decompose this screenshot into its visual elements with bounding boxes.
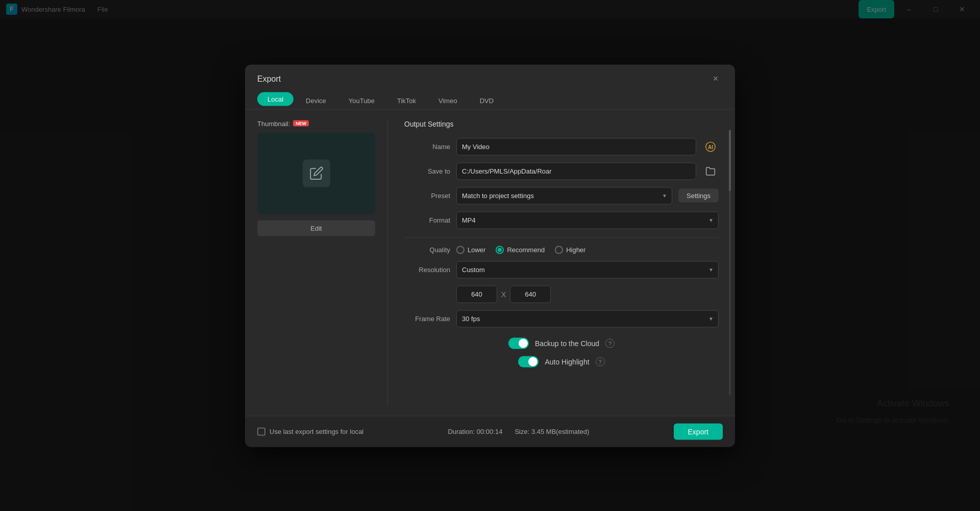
frame-rate-row: Frame Rate 30 fps ▼ (404, 310, 719, 327)
frame-rate-label: Frame Rate (404, 315, 450, 323)
resolution-select[interactable]: Custom (456, 261, 719, 278)
quality-recommend[interactable]: Recommend (496, 246, 545, 254)
last-settings-checkbox[interactable] (257, 427, 265, 435)
format-row: Format MP4 ▼ (404, 211, 719, 229)
preset-select[interactable]: Match to project settings (456, 187, 672, 204)
quality-lower-label: Lower (468, 246, 485, 254)
scrollbar-track (729, 130, 731, 395)
highlight-toggle-knob (528, 357, 537, 366)
duration-meta: Duration: 00:00:14 (448, 428, 502, 435)
dialog-close-btn[interactable]: × (708, 71, 723, 86)
quality-recommend-label: Recommend (507, 246, 545, 254)
highlight-toggle-label: Auto Highlight (545, 357, 589, 366)
frame-rate-select[interactable]: 30 fps (456, 310, 719, 327)
output-settings-title: Output Settings (404, 119, 719, 128)
last-settings-row: Use last export settings for local (257, 427, 363, 435)
format-select[interactable]: MP4 (456, 211, 719, 229)
res-height-input[interactable] (510, 285, 551, 303)
quality-higher-label: Higher (566, 246, 585, 254)
last-settings-label: Use last export settings for local (270, 428, 363, 435)
thumbnail-icon (303, 159, 330, 187)
res-x-label: X (501, 290, 506, 298)
backup-info-icon[interactable]: ? (605, 338, 615, 348)
highlight-toggle-row: Auto Highlight ? (518, 356, 604, 367)
resolution-inputs: X (456, 285, 719, 303)
save-to-input[interactable] (456, 162, 696, 180)
tab-vimeo[interactable]: Vimeo (428, 92, 468, 109)
size-value: 3.45 MB(estimated) (531, 428, 589, 435)
save-to-label: Save to (404, 167, 450, 175)
right-panel: Output Settings Name AI Save to (388, 119, 735, 405)
quality-higher[interactable]: Higher (555, 246, 585, 254)
folder-browse-btn[interactable] (702, 163, 719, 179)
backup-toggle-knob (519, 338, 528, 348)
tab-device[interactable]: Device (296, 92, 336, 109)
name-label: Name (404, 143, 450, 151)
highlight-toggle[interactable] (518, 356, 538, 367)
resolution-row: Resolution Custom ▼ (404, 261, 719, 278)
settings-btn[interactable]: Settings (678, 189, 719, 203)
format-select-wrapper: MP4 ▼ (456, 211, 719, 229)
name-input[interactable] (456, 138, 696, 155)
resolution-label: Resolution (404, 266, 450, 274)
size-label: Size: (514, 428, 529, 435)
dialog-tabs: Local Device YouTube TikTok Vimeo DVD (245, 86, 735, 109)
export-dialog: Export × Local Device YouTube TikTok Vim… (245, 64, 735, 447)
dialog-footer: Use last export settings for local Durat… (245, 416, 735, 447)
resolution-select-wrapper: Custom ▼ (456, 261, 719, 278)
res-width-input[interactable] (456, 285, 497, 303)
quality-higher-radio[interactable] (555, 246, 563, 254)
highlight-info-icon[interactable]: ? (596, 357, 605, 366)
quality-label: Quality (404, 246, 450, 254)
quality-lower-radio[interactable] (456, 246, 464, 254)
tab-youtube[interactable]: YouTube (338, 92, 385, 109)
size-meta: Size: 3.45 MB(estimated) (514, 428, 589, 435)
dialog-title: Export (257, 74, 281, 83)
save-to-row: Save to (404, 162, 719, 180)
left-panel: Thumbnail: NEW Edit (245, 119, 388, 405)
thumbnail-box (257, 132, 375, 214)
scrollbar-thumb[interactable] (729, 130, 731, 191)
quality-recommend-radio[interactable] (496, 246, 504, 254)
frame-rate-select-wrapper: 30 fps ▼ (456, 310, 719, 327)
toggles-section: Backup to the Cloud ? Auto Highlight ? (404, 337, 719, 367)
format-label: Format (404, 216, 450, 224)
backup-toggle-label: Backup to the Cloud (535, 339, 599, 347)
duration-label: Duration: (448, 428, 475, 435)
edit-thumbnail-btn[interactable]: Edit (257, 220, 375, 236)
dialog-header: Export × (245, 64, 735, 86)
duration-value: 00:00:14 (477, 428, 503, 435)
preset-label: Preset (404, 192, 450, 200)
divider-1 (404, 237, 719, 237)
dialog-body: Thumbnail: NEW Edit Output Settings Name (245, 109, 735, 416)
quality-lower[interactable]: Lower (456, 246, 485, 254)
tab-local[interactable]: Local (257, 92, 293, 106)
preset-row: Preset Match to project settings ▼ Setti… (404, 187, 719, 204)
preset-select-wrapper: Match to project settings ▼ (456, 187, 672, 204)
footer-meta: Duration: 00:00:14 Size: 3.45 MB(estimat… (448, 428, 589, 435)
quality-radio-group: Lower Recommend Higher (456, 246, 585, 254)
thumbnail-label: Thumbnail: NEW (257, 119, 375, 127)
svg-text:AI: AI (708, 144, 713, 150)
quality-row: Quality Lower Recommend Higher (404, 246, 719, 254)
tab-tiktok[interactable]: TikTok (387, 92, 426, 109)
export-action-btn[interactable]: Export (674, 423, 723, 440)
ai-name-btn[interactable]: AI (702, 138, 719, 155)
tab-dvd[interactable]: DVD (470, 92, 504, 109)
backup-toggle-row: Backup to the Cloud ? (508, 337, 615, 349)
backup-toggle[interactable] (508, 337, 529, 349)
name-row: Name AI (404, 138, 719, 155)
new-badge: NEW (293, 120, 309, 127)
